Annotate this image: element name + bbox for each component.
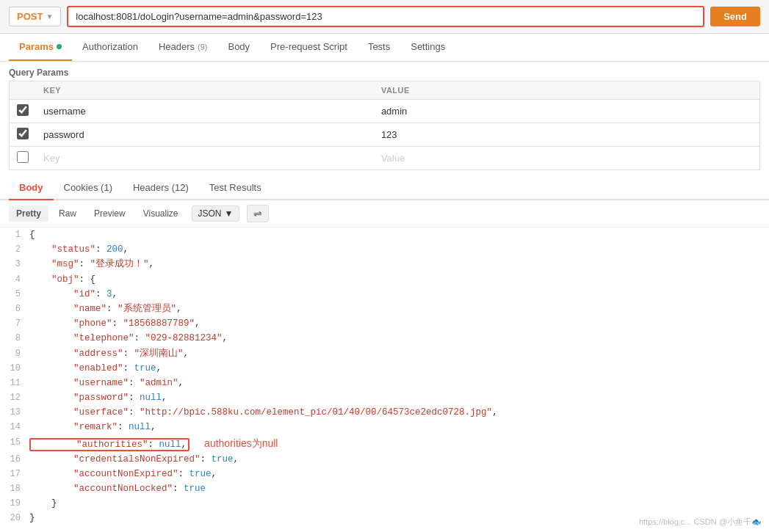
line-number: 3 — [0, 257, 29, 272]
row1-checkbox[interactable] — [17, 104, 29, 116]
line-content: "username": "admin", — [29, 376, 769, 390]
row2-value[interactable]: 123 — [374, 123, 760, 147]
tab-body[interactable]: Body — [217, 34, 260, 61]
tab-settings[interactable]: Settings — [400, 34, 455, 61]
json-line: 4 "obj": { — [0, 272, 769, 287]
json-line: 12 "password": null, — [0, 390, 769, 405]
line-number: 17 — [0, 467, 29, 481]
fmt-raw-label: Raw — [59, 208, 76, 219]
row3-checkbox-cell[interactable] — [10, 147, 37, 170]
row2-checkbox-cell[interactable] — [10, 123, 37, 147]
json-line: 19 } — [0, 496, 769, 511]
line-number: 11 — [0, 376, 29, 390]
tab-settings-label: Settings — [411, 41, 445, 52]
annotation-text: authorities为null — [204, 437, 278, 449]
json-line: 17 "accountNonExpired": true, — [0, 467, 769, 481]
row3-key[interactable]: Key — [36, 147, 374, 170]
json-line: 13 "userface": "http://bpic.588ku.com/el… — [0, 405, 769, 420]
line-content: "remark": null, — [29, 420, 769, 434]
line-content: "userface": "http://bpic.588ku.com/eleme… — [29, 405, 769, 420]
json-line: 1{ — [0, 227, 769, 242]
format-select-arrow-icon: ▼ — [225, 208, 234, 219]
row3-value[interactable]: Value — [374, 147, 760, 170]
tab-tests-label: Tests — [368, 41, 390, 52]
line-content: "credentialsNonExpired": true, — [29, 452, 769, 467]
fmt-tab-raw[interactable]: Raw — [51, 205, 84, 222]
line-number: 6 — [0, 302, 29, 316]
json-line: 16 "credentialsNonExpired": true, — [0, 452, 769, 467]
line-number: 1 — [0, 227, 29, 242]
line-content: "telephone": "029-82881234", — [29, 331, 769, 346]
format-type-label: JSON — [198, 208, 222, 219]
resp-tab-test-results-label: Test Results — [209, 182, 261, 193]
fmt-tab-pretty[interactable]: Pretty — [9, 205, 48, 222]
wrap-icon-symbol: ⇌ — [253, 208, 262, 219]
tab-tests[interactable]: Tests — [358, 34, 400, 61]
line-content: "password": null, — [29, 390, 769, 405]
json-line: 5 "id": 3, — [0, 287, 769, 302]
fmt-tab-visualize[interactable]: Visualize — [136, 205, 186, 222]
params-dot — [57, 44, 62, 49]
line-number: 20 — [0, 511, 29, 525]
tab-body-label: Body — [228, 41, 250, 52]
tab-params[interactable]: Params — [9, 34, 72, 61]
line-content: "msg": "登录成功！", — [29, 257, 769, 272]
json-line: 14 "remark": null, — [0, 420, 769, 434]
json-line: 3 "msg": "登录成功！", — [0, 257, 769, 272]
col-key: KEY — [36, 81, 374, 100]
line-content: "phone": "18568887789", — [29, 316, 769, 331]
wrap-button[interactable]: ⇌ — [247, 205, 269, 222]
resp-tab-test-results[interactable]: Test Results — [199, 176, 272, 200]
json-output: 1{2 "status": 200,3 "msg": "登录成功！",4 "ob… — [0, 227, 769, 526]
json-line: 10 "enabled": true, — [0, 361, 769, 376]
key-placeholder: Key — [43, 153, 59, 164]
resp-tab-cookies[interactable]: Cookies (1) — [54, 176, 123, 200]
row2-checkbox[interactable] — [17, 128, 29, 139]
resp-tab-headers-label: Headers (12) — [133, 182, 189, 193]
send-button[interactable]: Send — [710, 7, 760, 26]
method-arrow-icon: ▼ — [46, 12, 53, 21]
row2-key[interactable]: password — [36, 123, 374, 147]
resp-tab-body-label: Body — [19, 182, 43, 193]
table-row: Key Value — [10, 147, 760, 170]
line-number: 4 — [0, 272, 29, 287]
url-input[interactable] — [67, 6, 704, 27]
row1-value[interactable]: admin — [374, 100, 760, 123]
tab-authorization[interactable]: Authorization — [72, 34, 148, 61]
resp-tab-cookies-label: Cookies (1) — [64, 182, 112, 193]
response-tabs: Body Cookies (1) Headers (12) Test Resul… — [0, 176, 769, 200]
url-bar: POST ▼ Send — [0, 0, 769, 34]
line-number: 18 — [0, 481, 29, 496]
format-row: Pretty Raw Preview Visualize JSON ▼ ⇌ — [0, 200, 769, 227]
tab-params-label: Params — [19, 41, 54, 52]
format-type-select[interactable]: JSON ▼ — [192, 205, 240, 222]
json-line: 11 "username": "admin", — [0, 376, 769, 390]
row1-checkbox-cell[interactable] — [10, 100, 37, 123]
tab-headers[interactable]: Headers (9) — [148, 34, 218, 61]
line-number: 15 — [0, 435, 29, 450]
json-line: 7 "phone": "18568887789", — [0, 316, 769, 331]
json-line: 6 "name": "系统管理员", — [0, 302, 769, 316]
col-checkbox — [10, 81, 37, 100]
line-number: 10 — [0, 361, 29, 376]
tab-authorization-label: Authorization — [82, 41, 138, 52]
line-number: 2 — [0, 242, 29, 257]
value-placeholder: Value — [381, 153, 405, 164]
request-tabs: Params Authorization Headers (9) Body Pr… — [0, 34, 769, 62]
line-content: "name": "系统管理员", — [29, 302, 769, 316]
line-content: "accountNonLocked": true — [29, 481, 769, 496]
row3-checkbox[interactable] — [17, 151, 29, 163]
table-row: password 123 — [10, 123, 760, 147]
line-content: "address": "深圳南山", — [29, 346, 769, 361]
row1-key[interactable]: username — [36, 100, 374, 123]
resp-tab-headers[interactable]: Headers (12) — [123, 176, 199, 200]
json-line: 9 "address": "深圳南山", — [0, 346, 769, 361]
method-select[interactable]: POST ▼ — [9, 7, 61, 26]
query-params-section: Query Params KEY VALUE username admin pa — [0, 62, 769, 170]
tab-pre-request-script[interactable]: Pre-request Script — [260, 34, 358, 61]
fmt-pretty-label: Pretty — [16, 208, 41, 219]
col-value: VALUE — [374, 81, 760, 100]
resp-tab-body[interactable]: Body — [9, 176, 54, 200]
fmt-tab-preview[interactable]: Preview — [87, 205, 133, 222]
line-content: "accountNonExpired": true, — [29, 467, 769, 481]
